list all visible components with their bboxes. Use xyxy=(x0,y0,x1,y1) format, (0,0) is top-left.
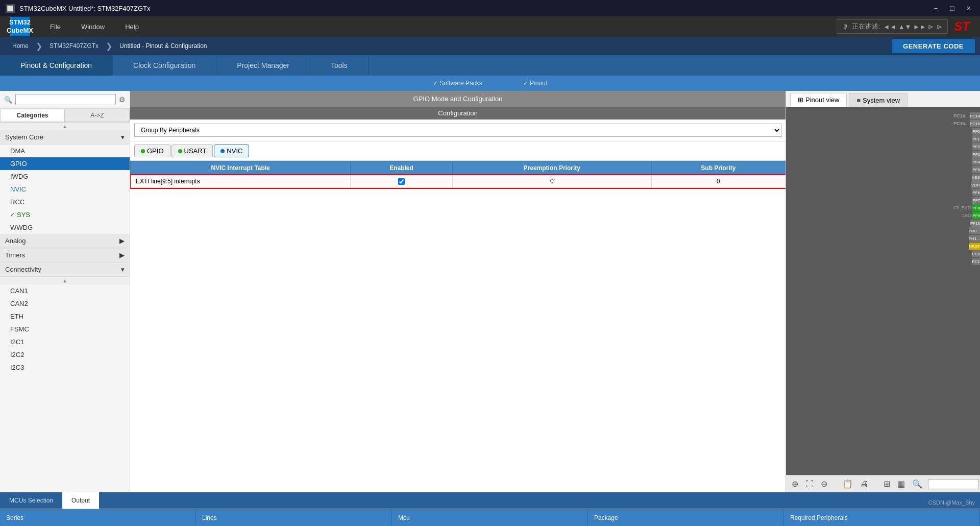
check-icon: ✓ xyxy=(10,211,15,218)
chevron-right-icon: ▶ xyxy=(119,237,125,245)
zoom-in-icon[interactable]: ⊕ xyxy=(790,477,800,490)
breadcrumb-sep-1: ❯ xyxy=(36,41,42,51)
layout-icon[interactable]: ▦ xyxy=(896,477,906,490)
menu-window[interactable]: Window xyxy=(81,23,105,31)
tab-categories[interactable]: Categories xyxy=(0,109,65,122)
sub-tab-pinout[interactable]: ✓ Pinout xyxy=(523,80,547,87)
tab-project-manager[interactable]: Project Manager xyxy=(216,55,310,76)
chevron-down-icon-2: ▾ xyxy=(121,266,125,273)
category-timers[interactable]: Timers ▶ xyxy=(0,248,130,262)
bottom-tab-bar: MCUs Selection Output xyxy=(0,492,980,509)
pin-row-nrst: NRST xyxy=(954,243,980,250)
tab-az[interactable]: A->Z xyxy=(65,109,130,122)
pin-row-pf0: PF0 xyxy=(954,128,980,135)
main-content: 🔍 ⚙ Categories A->Z ▲ System Core ▾ DMA … xyxy=(0,91,980,492)
st-logo: ST xyxy=(954,19,970,34)
pin-pf4[interactable]: PF4 xyxy=(972,158,980,165)
logo-box: STM32 CubeMX xyxy=(10,17,30,36)
cell-enabled[interactable] xyxy=(351,175,452,188)
tab-tools[interactable]: Tools xyxy=(310,55,369,76)
nvic-tab-gpio[interactable]: GPIO xyxy=(134,145,170,157)
view-toolbar: ⊕ ⛶ ⊖ 📋 🖨 ⊞ ▦ 🔍 xyxy=(786,475,980,492)
pin-pf9[interactable]: PF9 xyxy=(972,212,980,219)
nvic-interrupt-table: NVIC Interrupt Table Enabled Preemption … xyxy=(130,161,786,188)
sidebar-item-i2c1[interactable]: I2C1 xyxy=(0,336,130,348)
category-analog[interactable]: Analog ▶ xyxy=(0,234,130,248)
pin-pc15[interactable]: PC15 xyxy=(970,120,980,127)
fit-screen-icon[interactable]: ⛶ xyxy=(804,478,815,490)
export-icon[interactable]: 📋 xyxy=(841,477,854,490)
pin-pf8[interactable]: PF8 xyxy=(972,204,980,211)
sidebar-item-rcc[interactable]: RCC xyxy=(0,196,130,208)
pin-ph1[interactable]: PH1... xyxy=(969,235,980,242)
breadcrumb-project[interactable]: Untitled - Pinout & Configuration xyxy=(112,37,214,55)
sidebar-item-iwdg[interactable]: IWDG xyxy=(0,170,130,183)
pin-pf2[interactable]: PF2 xyxy=(972,143,980,150)
col-sub-priority: Sub Priority xyxy=(651,161,785,175)
pin-pf6[interactable]: PF6 xyxy=(972,189,980,196)
grid-icon[interactable]: ⊞ xyxy=(882,477,892,490)
breadcrumb-device[interactable]: STM32F407ZGTx xyxy=(42,37,106,55)
title-bar-controls[interactable]: − □ × xyxy=(929,3,975,13)
sidebar-item-can2[interactable]: CAN2 xyxy=(0,297,130,310)
nvic-dot xyxy=(220,149,225,153)
pin-row-pf10: PF10 xyxy=(954,220,980,227)
tab-mcus-selection[interactable]: MCUs Selection xyxy=(0,492,62,509)
pin-vss[interactable]: VSS xyxy=(972,174,980,181)
tab-clock-configuration[interactable]: Clock Configuration xyxy=(113,55,216,76)
app-icon: 🔲 xyxy=(5,4,15,13)
gear-icon[interactable]: ⚙ xyxy=(119,95,126,104)
menu-help[interactable]: Help xyxy=(125,23,139,31)
sidebar-item-eth[interactable]: ETH xyxy=(0,310,130,323)
sidebar-item-dma[interactable]: DMA xyxy=(0,145,130,157)
title-bar-text: STM32CubeMX Untitled*: STM32F407ZGTx xyxy=(19,5,150,12)
pin-vdd[interactable]: VDD xyxy=(971,181,980,188)
menu-file[interactable]: File xyxy=(50,23,61,31)
pin-pf7[interactable]: PF7 xyxy=(972,197,980,204)
sidebar-item-sys[interactable]: ✓ SYS xyxy=(0,208,130,221)
sidebar-item-i2c2[interactable]: I2C2 xyxy=(0,348,130,361)
pin-pf0[interactable]: PF0 xyxy=(972,128,980,135)
tab-pinout-configuration[interactable]: Pinout & Configuration xyxy=(0,55,113,76)
sidebar-item-wwdg[interactable]: WWDG xyxy=(0,221,130,234)
tab-pinout-view[interactable]: ⊞ Pinout view xyxy=(790,93,847,107)
pin-pf10[interactable]: PF10 xyxy=(970,220,980,227)
tab-output[interactable]: Output xyxy=(62,492,99,509)
sidebar-item-i2c3[interactable]: I2C3 xyxy=(0,361,130,374)
sidebar-item-can1[interactable]: CAN1 xyxy=(0,284,130,297)
breadcrumb-home[interactable]: Home xyxy=(5,37,36,55)
pin-pf1[interactable]: PF1 xyxy=(972,135,980,142)
group-by-select[interactable]: Group By Peripherals xyxy=(134,124,781,137)
category-connectivity[interactable]: Connectivity ▾ xyxy=(0,262,130,277)
sidebar-item-nvic[interactable]: NVIC xyxy=(0,183,130,196)
tab-system-view[interactable]: ≡ System view xyxy=(849,93,908,107)
pin-pc14[interactable]: PC14 xyxy=(970,112,980,119)
menu-right: 🎙 正在讲述: ◄◄ ▲▼ ►► ⊳ ⊳ ST xyxy=(837,19,970,34)
pin-pf5[interactable]: PF5 xyxy=(972,166,980,173)
search-toolbar-icon[interactable]: 🔍 xyxy=(911,477,924,490)
chip-search-input[interactable] xyxy=(928,479,979,489)
sidebar-item-gpio[interactable]: GPIO xyxy=(0,157,130,170)
category-system-core[interactable]: System Core ▾ xyxy=(0,130,130,145)
generate-code-button[interactable]: GENERATE CODE xyxy=(892,39,975,53)
maximize-button[interactable]: □ xyxy=(946,3,958,13)
pin-pc1[interactable]: PC1 xyxy=(972,258,980,265)
sidebar-item-fsmc[interactable]: FSMC xyxy=(0,323,130,336)
search-input[interactable] xyxy=(15,94,116,105)
sub-tab-software-packs[interactable]: ✓ Software Packs xyxy=(433,80,482,87)
pin-row-pf5: PF5 xyxy=(954,166,980,173)
scroll-up-button[interactable]: ▲ xyxy=(0,123,130,130)
enabled-checkbox[interactable] xyxy=(398,178,405,185)
pin-pf3[interactable]: PF3 xyxy=(972,151,980,158)
print-icon[interactable]: 🖨 xyxy=(859,478,870,490)
zoom-out-icon[interactable]: ⊖ xyxy=(819,477,829,490)
scroll-up-btn-conn[interactable]: ▲ xyxy=(0,277,130,284)
minimize-button[interactable]: − xyxy=(929,3,942,13)
pin-pc0[interactable]: PC0 xyxy=(972,250,980,257)
pin-ph0[interactable]: PH0... xyxy=(969,227,980,234)
pin-nrst[interactable]: NRST xyxy=(969,243,980,250)
center-panel: GPIO Mode and Configuration Configuratio… xyxy=(130,91,786,492)
close-button[interactable]: × xyxy=(963,3,975,13)
nvic-tab-nvic[interactable]: NVIC xyxy=(214,145,249,157)
nvic-tab-usart[interactable]: USART xyxy=(172,145,213,157)
